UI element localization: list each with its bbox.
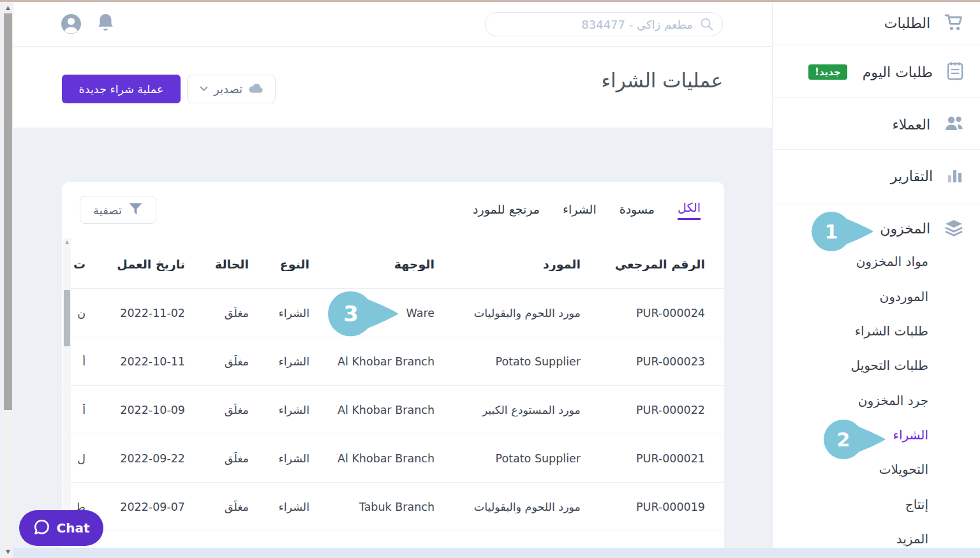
cell-destination: Al Khobar Branch	[316, 452, 443, 465]
cell-destination: Al Khobar Branch	[316, 404, 443, 416]
cell-destination: Ware	[316, 307, 443, 319]
cell-reference: PUR-000019	[590, 501, 724, 513]
cell-reference: PUR-000022	[590, 404, 724, 416]
cell-supplier: Potato Supplier	[443, 452, 590, 465]
cell-supplier: مورد اللحوم والبقوليات	[443, 307, 590, 319]
card-toolbar: الكل مسودة الشراء مرتجع للمورد تصفية	[62, 182, 724, 230]
user-avatar-icon[interactable]	[61, 13, 82, 37]
scrollbar-thumb[interactable]	[64, 290, 70, 346]
cell-date: 2022-10-11	[102, 355, 191, 368]
purchases-card: الكل مسودة الشراء مرتجع للمورد تصفية الر…	[62, 182, 724, 558]
tab-all[interactable]: الكل	[678, 200, 701, 220]
filter-button[interactable]: تصفية	[80, 196, 156, 224]
sidebar-subitem-purchasing[interactable]: الشراء	[893, 427, 929, 443]
scrollbar-thumb[interactable]	[4, 13, 12, 410]
search-box	[485, 12, 723, 36]
cell-status: مغلَق	[191, 501, 252, 513]
search-input[interactable]	[485, 12, 723, 36]
sidebar-item-today-orders[interactable]: طلبات اليوم جديد!	[772, 45, 980, 99]
filter-button-label: تصفية	[93, 203, 122, 217]
layers-icon	[944, 219, 963, 239]
sidebar-subitem-inventory-count[interactable]: جرد المخزون	[858, 393, 928, 408]
cell-status: مغلَق	[191, 355, 252, 368]
table-row[interactable]: PUR-000023 Potato Supplier Al Khobar Bra…	[62, 337, 724, 386]
chat-bubble-icon	[33, 518, 50, 538]
cell-status: مغلَق	[191, 452, 252, 465]
topbar	[13, 2, 772, 47]
sidebar: الطلبات طلبات اليوم جديد! العملاء التقار…	[772, 2, 980, 558]
tab-return-to-supplier[interactable]: مرتجع للمورد	[473, 202, 540, 220]
sidebar-item-inventory[interactable]: المخزون	[772, 203, 980, 254]
sidebar-item-label: الطلبات	[884, 15, 930, 31]
export-button-label: تصدير	[214, 82, 242, 96]
cell-supplier: مورد اللحوم والبقوليات	[443, 501, 590, 513]
cell-status: مغلَق	[191, 307, 252, 319]
cell-date: 2022-11-02	[102, 307, 191, 319]
table-row[interactable]: PUR-000022 مورد المستودع الكبير Al Khoba…	[62, 386, 724, 434]
sidebar-subitem-suppliers[interactable]: الموردون	[880, 289, 928, 304]
cell-type: الشراء	[252, 404, 316, 416]
bar-chart-icon	[947, 167, 963, 186]
chat-button[interactable]: Chat	[19, 510, 103, 546]
chat-button-label: Chat	[57, 520, 90, 536]
funnel-icon	[128, 202, 143, 217]
cell-reference: PUR-000024	[590, 307, 724, 319]
sidebar-subitem-purchase-orders[interactable]: طلبات الشراء	[855, 323, 928, 339]
cart-icon	[944, 13, 963, 34]
cell-type: الشراء	[252, 307, 316, 319]
page-header: عمليات الشراء عملية شراء جديدة تصدير	[13, 47, 772, 128]
table-row[interactable]: PUR-000024 مورد اللحوم والبقوليات Ware ا…	[62, 289, 724, 337]
browser-vertical-scrollbar[interactable]: ▲ ▼	[3, 2, 13, 558]
sidebar-subitem-inventory-items[interactable]: مواد المخزون	[856, 254, 928, 269]
header-reference: الرقم المرجعي	[590, 257, 724, 271]
tab-draft[interactable]: مسودة	[620, 202, 655, 220]
cell-status: مغلَق	[191, 404, 252, 416]
cell-destination: Al Khobar Branch	[316, 355, 443, 368]
cell-date: 2022-09-22	[102, 452, 191, 465]
page-title: عمليات الشراء	[601, 69, 723, 92]
cell-supplier: مورد المستودع الكبير	[443, 404, 590, 416]
chevron-down-icon	[200, 84, 208, 94]
filter-tabs: الكل مسودة الشراء مرتجع للمورد	[473, 200, 701, 220]
table-header-row: الرقم المرجعي المورد الوجهة النوع الحالة…	[62, 239, 724, 289]
header-status: الحالة	[191, 257, 252, 271]
sidebar-subitem-more[interactable]: المزيد	[896, 531, 928, 547]
sidebar-item-label: التقارير	[891, 168, 933, 184]
scroll-up-arrow-icon[interactable]: ▲	[63, 239, 71, 245]
sidebar-item-orders[interactable]: الطلبات	[772, 2, 980, 45]
cell-reference: PUR-000021	[590, 452, 724, 465]
cell-date: 2022-09-07	[102, 501, 191, 513]
scroll-up-arrow-icon[interactable]: ▲	[3, 3, 13, 13]
scroll-down-arrow-icon[interactable]: ▼	[3, 547, 13, 557]
cell-destination: Tabuk Branch	[316, 501, 443, 513]
sidebar-item-label: طلبات اليوم	[863, 64, 933, 80]
new-purchase-button[interactable]: عملية شراء جديدة	[62, 75, 181, 103]
sidebar-subitem-production[interactable]: إنتاج	[905, 497, 928, 512]
window-top-strip	[0, 0, 980, 2]
table-row[interactable]: PUR-000021 Potato Supplier Al Khobar Bra…	[62, 434, 724, 483]
sidebar-subitem-transfer-orders[interactable]: طلبات التحويل	[851, 358, 929, 373]
sidebar-subitem-transfers[interactable]: التحويلات	[879, 462, 928, 477]
notepad-icon	[947, 61, 963, 83]
cell-type: الشراء	[252, 355, 316, 368]
notifications-bell-icon[interactable]	[97, 13, 114, 35]
tab-purchasing[interactable]: الشراء	[563, 202, 597, 220]
export-button[interactable]: تصدير	[187, 75, 276, 103]
new-badge: جديد!	[808, 64, 847, 80]
cell-type: الشراء	[252, 452, 316, 465]
sidebar-item-customers[interactable]: العملاء	[772, 98, 980, 151]
search-icon	[700, 17, 714, 34]
customers-icon	[944, 115, 963, 134]
sidebar-item-reports[interactable]: التقارير	[772, 150, 980, 203]
cell-reference: PUR-000023	[590, 355, 724, 368]
cell-supplier: Potato Supplier	[443, 355, 590, 368]
purchases-table: الرقم المرجعي المورد الوجهة النوع الحالة…	[62, 239, 724, 558]
cloud-icon	[248, 83, 263, 96]
cell-date: 2022-10-09	[102, 404, 191, 416]
bottom-edge-strip	[13, 548, 980, 558]
header-supplier: المورد	[443, 257, 590, 271]
cell-type: الشراء	[252, 501, 316, 513]
sidebar-item-label: المخزون	[880, 221, 930, 237]
table-row[interactable]: PUR-000019 مورد اللحوم والبقوليات Tabuk …	[62, 483, 724, 531]
header-destination: الوجهة	[316, 257, 443, 271]
